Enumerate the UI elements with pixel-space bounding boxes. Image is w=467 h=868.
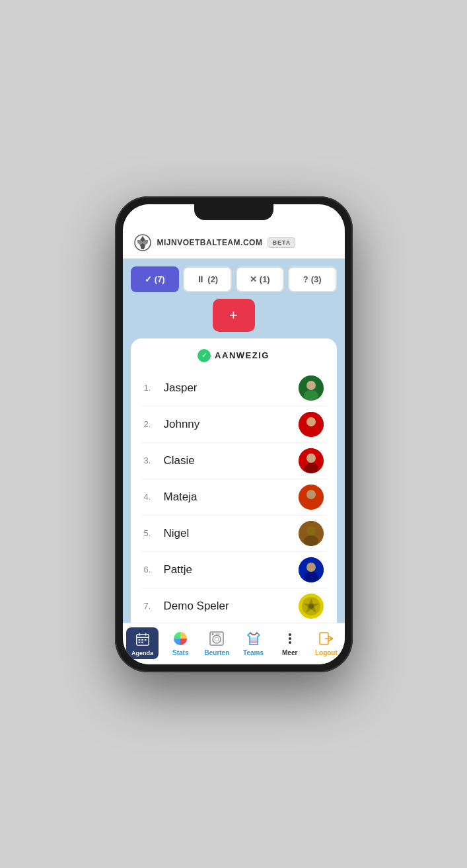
svg-point-21	[308, 604, 314, 609]
nav-item-stats[interactable]: Stats	[166, 629, 195, 656]
section-header: ✓ AANWEZIG	[141, 349, 326, 362]
player-row[interactable]: 1. Jasper	[141, 370, 326, 407]
player-row[interactable]: 4. Mateja	[141, 479, 326, 516]
status-btn-onbekend[interactable]: ? (3)	[288, 266, 337, 292]
player-name-4: Mateja	[164, 491, 292, 504]
player-name-7: Demo Speler	[164, 600, 292, 613]
player-row[interactable]: 2. Johnny	[141, 407, 326, 443]
bottom-nav: Agenda Stats	[123, 623, 345, 664]
svg-point-2	[306, 381, 316, 390]
onbekend-count: (3)	[311, 274, 322, 284]
svg-point-18	[304, 572, 318, 582]
nav-item-agenda[interactable]: Agenda	[126, 627, 159, 659]
status-btn-aanwezig[interactable]: ✓ (7)	[131, 266, 180, 292]
afwezig-count: (1)	[260, 274, 270, 284]
check-icon: ✓	[145, 274, 152, 284]
aanwezig-count: (7)	[155, 274, 165, 284]
svg-point-5	[306, 417, 316, 426]
scroll-content: ✓ (7) ⏸ (2) ✕ (1) ? (3) +	[123, 258, 345, 623]
question-icon: ?	[303, 274, 308, 284]
svg-point-35	[212, 633, 214, 635]
svg-point-15	[304, 535, 318, 546]
svg-point-11	[306, 490, 316, 499]
washing-machine-icon	[207, 629, 226, 648]
svg-rect-30	[141, 641, 143, 643]
svg-point-34	[215, 637, 219, 641]
svg-point-9	[304, 463, 318, 473]
player-number-6: 6.	[144, 565, 157, 574]
nav-label-stats: Stats	[172, 649, 188, 656]
player-name-5: Nigel	[164, 527, 292, 540]
svg-point-17	[306, 563, 316, 572]
phone-frame: MIJNVOETBALTEAM.COM BETA ✓ (7) ⏸ (2) ✕ (…	[115, 196, 353, 672]
pie-chart-icon	[171, 629, 190, 648]
svg-point-14	[306, 526, 316, 535]
player-number-1: 1.	[144, 383, 157, 393]
logout-icon	[317, 629, 336, 648]
svg-rect-37	[250, 637, 257, 641]
status-btn-afwezig[interactable]: ✕ (1)	[236, 266, 285, 292]
nav-item-logout[interactable]: Logout	[312, 629, 341, 656]
svg-rect-27	[141, 639, 143, 641]
players-card: ✓ AANWEZIG 1. Jasper	[131, 338, 337, 623]
player-row[interactable]: 7. Demo Speler	[141, 588, 326, 623]
plus-icon: +	[229, 307, 238, 324]
player-row[interactable]: 6. Pattje	[141, 552, 326, 588]
player-name-6: Pattje	[164, 563, 292, 576]
svg-rect-38	[250, 641, 257, 643]
svg-point-3	[304, 390, 318, 401]
shirt-icon	[244, 629, 263, 648]
notch	[194, 204, 273, 220]
player-number-3: 3.	[144, 455, 157, 465]
svg-rect-29	[138, 641, 140, 643]
agenda-icon-bg: Agenda	[126, 627, 159, 659]
logo-icon	[133, 233, 152, 252]
add-button-container: +	[131, 299, 337, 332]
player-avatar-6	[299, 557, 324, 582]
nav-label-agenda: Agenda	[131, 650, 153, 656]
svg-point-12	[304, 499, 318, 510]
dot-3	[289, 641, 291, 644]
svg-rect-28	[144, 639, 146, 641]
nav-item-teams[interactable]: Teams	[239, 629, 268, 656]
player-name-2: Johnny	[164, 418, 292, 431]
player-name-1: Jasper	[164, 381, 292, 395]
dot-1	[289, 633, 291, 636]
nav-item-beurten[interactable]: Beurten	[202, 629, 231, 656]
player-avatar-4	[299, 485, 324, 510]
nav-label-logout: Logout	[315, 649, 338, 656]
svg-point-6	[304, 426, 318, 437]
svg-rect-26	[138, 639, 140, 641]
site-title: MIJNVOETBALTEAM.COM	[157, 238, 263, 247]
player-number-2: 2.	[144, 419, 157, 429]
player-name-3: Clasie	[164, 454, 292, 467]
pause-icon: ⏸	[196, 274, 205, 284]
cross-icon: ✕	[250, 274, 257, 284]
more-dots-icon	[281, 629, 299, 648]
player-number-4: 4.	[144, 492, 157, 502]
player-avatar-3	[299, 448, 324, 473]
player-row[interactable]: 5. Nigel	[141, 516, 326, 552]
player-avatar-2	[299, 412, 324, 437]
nav-label-meer: Meer	[282, 649, 297, 656]
nav-label-beurten: Beurten	[205, 649, 230, 656]
svg-rect-36	[215, 633, 221, 635]
phone-screen: MIJNVOETBALTEAM.COM BETA ✓ (7) ⏸ (2) ✕ (…	[123, 204, 345, 664]
header: MIJNVOETBALTEAM.COM BETA	[123, 228, 345, 258]
add-button[interactable]: +	[213, 299, 255, 332]
player-avatar-5	[299, 521, 324, 546]
player-row[interactable]: 3. Clasie	[141, 443, 326, 479]
green-check-icon: ✓	[198, 349, 211, 362]
status-btn-twijfel[interactable]: ⏸ (2)	[183, 266, 232, 292]
player-avatar-1	[299, 375, 324, 401]
section-title: AANWEZIG	[215, 350, 269, 360]
player-number-7: 7.	[144, 601, 157, 611]
status-buttons-row: ✓ (7) ⏸ (2) ✕ (1) ? (3)	[131, 266, 337, 292]
nav-item-meer[interactable]: Meer	[275, 629, 305, 656]
dot-2	[289, 637, 291, 640]
calendar-icon	[133, 630, 152, 649]
player-number-5: 5.	[144, 528, 157, 538]
twijfel-count: (2)	[207, 274, 218, 284]
svg-point-8	[306, 454, 316, 463]
beta-badge: BETA	[268, 237, 295, 248]
